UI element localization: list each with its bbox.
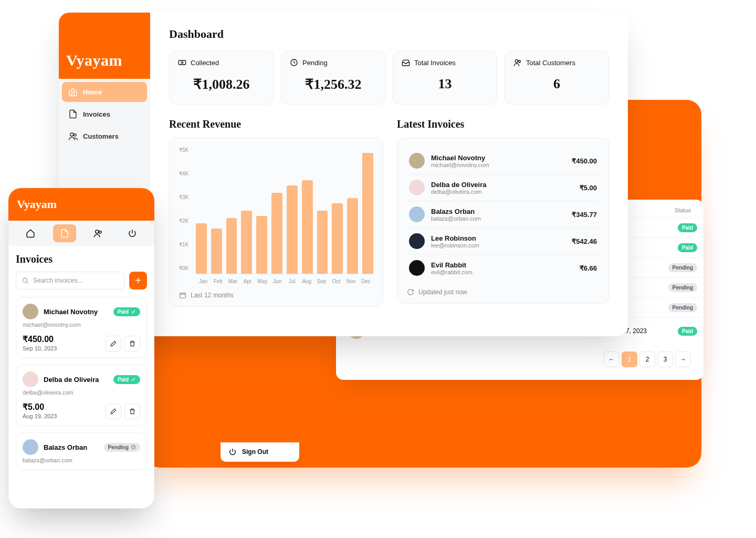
page-1[interactable]: 1 (622, 351, 637, 367)
revenue-chart: ₹5K₹4K₹3K₹2K₹1K₹0K JanFebMarAprMayJunJul… (169, 138, 383, 307)
chart-bar (226, 218, 237, 274)
invoice-amount: ₹5.00 (23, 402, 57, 412)
brand-name: Vyayam (66, 51, 122, 69)
sidebar-item-home[interactable]: Home (62, 82, 147, 102)
mobile-page-title: Invoices (16, 253, 147, 265)
chart-bar (332, 203, 343, 274)
clock-icon (290, 58, 298, 67)
customer-email: delba@oliveira.com (431, 189, 573, 195)
column-status: Status (675, 207, 691, 213)
refresh-icon (407, 288, 414, 296)
invoice-amount: ₹542.46 (572, 237, 597, 245)
invoice-date: Sep 10, 2023 (23, 345, 57, 351)
users-icon (93, 229, 103, 238)
list-item[interactable]: Evil Rabbitevil@rabbit.com₹6.66 (407, 255, 599, 281)
sidebar-item-label: Customers (83, 132, 119, 140)
avatar (409, 180, 425, 195)
sidebar-item-invoices[interactable]: Invoices (62, 104, 147, 124)
pagination: ← 1 2 3 → (336, 344, 704, 367)
card-value: 13 (402, 76, 488, 92)
list-item[interactable]: Michael Novotnymichael@novotny.com₹450.0… (407, 148, 599, 174)
brand-logo[interactable]: Vyayam (8, 188, 154, 221)
brand-logo[interactable]: Vyayam (59, 13, 150, 79)
card-label: Total Invoices (414, 59, 456, 67)
sidebar-item-label: Home (83, 88, 102, 96)
list-item[interactable]: Michael NovotnyPaid michael@novotny.com₹… (16, 297, 147, 358)
edit-button[interactable] (106, 404, 121, 419)
svg-rect-7 (180, 293, 186, 298)
page-prev[interactable]: ← (604, 351, 620, 367)
add-invoice-button[interactable]: + (129, 272, 147, 289)
delete-button[interactable] (124, 336, 140, 351)
brand-name: Vyayam (17, 198, 57, 211)
svg-point-8 (96, 230, 99, 233)
list-item[interactable]: Balazs OrbanPending balazs@orban.com (16, 432, 147, 470)
chart-bar (347, 198, 358, 274)
calendar-icon (179, 292, 186, 299)
search-icon (22, 277, 29, 284)
invoice-amount: ₹345.77 (572, 211, 597, 219)
power-icon (128, 229, 137, 238)
revenue-footer: Last 12 months (191, 292, 234, 299)
mobile-preview: Vyayam Invoices Search invoices... + Mic… (8, 188, 154, 509)
list-item[interactable]: Delba de Oliveiradelba@oliveira.com₹5.00 (407, 174, 599, 201)
customer-email: delba@oliveira.com (23, 389, 140, 396)
status-badge: Paid (113, 375, 140, 384)
latest-title: Latest Invoices (397, 118, 609, 130)
chart-bars (196, 148, 373, 274)
list-item[interactable]: Balazs Orbanbalazs@orban.com₹345.77 (407, 201, 599, 228)
chart-bar (196, 223, 207, 274)
sidebar-item-customers[interactable]: Customers (62, 126, 147, 146)
card-label: Collected (191, 59, 219, 67)
card-label: Pending (302, 59, 328, 67)
search-input[interactable]: Search invoices... (16, 272, 125, 289)
customer-email: michael@novotny.com (431, 162, 565, 168)
card-value: ₹1,256.32 (290, 76, 376, 92)
list-item[interactable]: Lee Robinsonlee@robinson.com₹542.46 (407, 228, 599, 255)
delete-button[interactable] (124, 404, 140, 419)
customer-email: balazs@orban.com (431, 215, 565, 222)
page-2[interactable]: 2 (639, 351, 655, 367)
invoice-amount: ₹6.66 (580, 264, 597, 272)
list-item[interactable]: Delba de OliveiraPaid delba@oliveira.com… (16, 365, 147, 426)
page-next[interactable]: → (675, 351, 691, 367)
avatar (409, 206, 425, 222)
mobile-nav-invoices[interactable] (53, 224, 76, 242)
svg-point-3 (181, 61, 183, 63)
avatar (23, 304, 38, 319)
customer-name: Michael Novotny (431, 154, 565, 162)
customer-name: Evil Rabbit (431, 261, 573, 269)
document-icon (68, 109, 78, 119)
chart-bar (317, 211, 328, 274)
svg-point-6 (518, 60, 520, 63)
signout-label: Sign Out (242, 448, 268, 456)
page-title: Dashboard (169, 27, 609, 41)
page-3[interactable]: 3 (657, 351, 673, 367)
svg-point-0 (70, 133, 74, 136)
card-total-invoices: Total Invoices 13 (393, 50, 497, 105)
chart-x-axis: JanFebMarAprMayJunJulAugSepOctNovDec (179, 274, 373, 284)
mobile-nav-home[interactable] (19, 224, 42, 242)
card-total-customers: Total Customers 6 (505, 50, 609, 105)
invoice-amount: ₹5.00 (580, 184, 597, 192)
revenue-title: Recent Revenue (169, 118, 383, 130)
card-value: ₹1,008.26 (178, 76, 265, 92)
mobile-nav-customers[interactable] (87, 224, 110, 242)
search-placeholder: Search invoices... (33, 277, 83, 284)
status-badge: Pending (104, 443, 140, 452)
status-badge: Paid (678, 327, 697, 336)
avatar (409, 153, 425, 169)
chart-bar (211, 229, 222, 274)
main-content: Dashboard Collected ₹1,008.26 Pending ₹1… (150, 13, 628, 336)
mobile-nav-signout[interactable] (121, 224, 144, 242)
home-icon (26, 229, 35, 238)
latest-invoices: Michael Novotnymichael@novotny.com₹450.0… (397, 138, 609, 304)
banknote-icon (178, 58, 186, 67)
home-icon (68, 87, 78, 97)
customer-email: balazs@orban.com (23, 457, 140, 463)
customer-name: Michael Novotny (44, 308, 108, 316)
card-value: 6 (513, 76, 600, 92)
signout-button[interactable]: Sign Out (220, 442, 299, 462)
chart-bar (302, 180, 313, 274)
edit-button[interactable] (106, 336, 121, 351)
